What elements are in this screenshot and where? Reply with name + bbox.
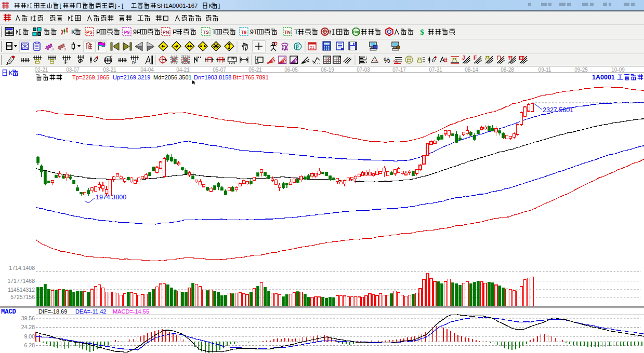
- svg-text:57257156: 57257156: [10, 294, 35, 300]
- svg-text:04-21: 04-21: [176, 67, 190, 73]
- svg-text:03-07: 03-07: [66, 67, 80, 73]
- svg-text:05-07: 05-07: [213, 67, 226, 73]
- svg-text:DEA=-11.42: DEA=-11.42: [75, 308, 106, 315]
- svg-text:07-03: 07-03: [357, 67, 370, 73]
- svg-text:39.56: 39.56: [21, 315, 35, 321]
- svg-text:1714.1408: 1714.1408: [9, 265, 35, 271]
- svg-text:02-21: 02-21: [35, 67, 48, 73]
- svg-text:DIF=-18.69: DIF=-18.69: [38, 308, 67, 315]
- svg-text:05-21: 05-21: [248, 67, 262, 73]
- svg-text:1A0001: 1A0001: [592, 74, 615, 81]
- svg-text:08-14: 08-14: [465, 67, 478, 73]
- svg-text:K: K: [9, 70, 14, 77]
- svg-text:07-31: 07-31: [429, 67, 442, 73]
- svg-text:Up=2169.3219: Up=2169.3219: [113, 74, 150, 80]
- svg-text:1974.3800: 1974.3800: [96, 194, 126, 201]
- svg-text:08-28: 08-28: [501, 67, 514, 73]
- svg-text:07-17: 07-17: [392, 67, 406, 73]
- svg-text:Tp=2269.1965: Tp=2269.1965: [72, 74, 109, 80]
- svg-text:09-25: 09-25: [574, 67, 588, 73]
- svg-text:Bt=1765.7891: Bt=1765.7891: [233, 74, 269, 80]
- svg-text:24.28: 24.28: [21, 324, 35, 330]
- svg-text:06-05: 06-05: [284, 67, 298, 73]
- svg-text:MACD: MACD: [1, 308, 16, 316]
- svg-text:06-19: 06-19: [321, 67, 334, 73]
- svg-text:MACD=-14.55: MACD=-14.55: [113, 308, 149, 315]
- svg-text:114514312: 114514312: [8, 287, 35, 293]
- svg-text:Md=2056.3501: Md=2056.3501: [153, 74, 192, 80]
- svg-text:2327.5601: 2327.5601: [543, 106, 573, 114]
- svg-text:-6.28: -6.28: [22, 342, 35, 348]
- svg-text:03-21: 03-21: [103, 67, 116, 73]
- svg-text:04-04: 04-04: [140, 67, 154, 73]
- svg-text:Dn=1903.8158: Dn=1903.8158: [194, 74, 231, 80]
- svg-text:10-09: 10-09: [611, 67, 625, 73]
- svg-text:9.00: 9.00: [24, 333, 35, 340]
- svg-text:171771468: 171771468: [7, 278, 35, 284]
- svg-text:09-11: 09-11: [538, 67, 551, 73]
